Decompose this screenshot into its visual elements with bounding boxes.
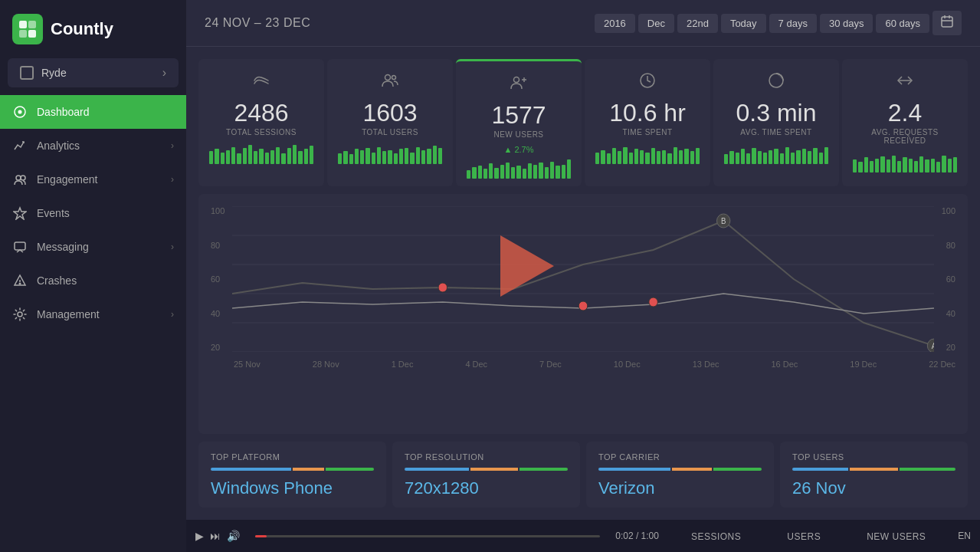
events-icon	[12, 205, 28, 221]
mini-bars-avg-time	[724, 143, 828, 164]
mini-bar	[667, 153, 671, 164]
mini-bars-users	[338, 143, 442, 164]
mini-bar	[729, 151, 733, 164]
mini-bar	[936, 162, 940, 172]
date-btn-30days[interactable]: 30 days	[820, 14, 873, 33]
sidebar: Countly Ryde › Dashboard	[0, 0, 186, 552]
mini-bar	[746, 153, 750, 164]
bar-segment	[900, 468, 955, 471]
engagement-icon	[12, 172, 28, 187]
mini-bar	[769, 150, 772, 164]
volume-button[interactable]: 🔊	[227, 530, 240, 542]
calendar-button[interactable]	[932, 11, 962, 35]
play-pause-button[interactable]: ▶	[195, 530, 204, 542]
y-label: 80	[211, 241, 232, 250]
mini-bar	[684, 149, 688, 164]
play-button[interactable]	[500, 235, 554, 297]
svg-point-5	[18, 110, 22, 114]
skip-button[interactable]: ⏭	[210, 530, 221, 542]
mini-bar	[942, 156, 946, 172]
svg-marker-8	[14, 208, 26, 219]
date-btn-7days[interactable]: 7 days	[769, 14, 817, 33]
date-btn-2016[interactable]: 2016	[595, 14, 635, 33]
sidebar-item-messaging[interactable]: Messaging ›	[0, 230, 186, 264]
svg-rect-13	[942, 17, 952, 27]
sidebar-item-dashboard[interactable]: Dashboard	[0, 95, 186, 129]
language-indicator: EN	[958, 531, 971, 541]
mini-bars-requests	[853, 151, 957, 172]
mini-bar	[919, 156, 923, 172]
date-btn-22nd[interactable]: 22nd	[677, 14, 718, 33]
date-btn-60days[interactable]: 60 days	[876, 14, 929, 33]
x-label: 19 Dec	[850, 360, 877, 369]
mini-bar	[696, 148, 700, 164]
mini-bar	[796, 150, 800, 164]
mini-bar	[293, 145, 297, 164]
mini-bar	[254, 151, 257, 164]
top-users-value: 26 Nov	[792, 478, 955, 498]
mini-bar	[281, 153, 285, 164]
mini-bar	[349, 154, 353, 164]
mini-bar	[472, 167, 476, 179]
mini-bar	[607, 153, 611, 164]
mini-bar	[550, 162, 554, 179]
y-label-right: 100	[934, 206, 955, 215]
sidebar-item-crashes[interactable]: Crashes	[0, 264, 186, 297]
mini-bar	[433, 146, 437, 164]
mini-bar	[265, 153, 269, 164]
tab-new-users[interactable]: NEW USERS	[844, 525, 949, 547]
bottom-card-carrier: TOP CARRIER Verizon	[586, 442, 774, 508]
mini-bar	[858, 162, 862, 172]
stat-card-avg-requests: 2.4 AVG. REQUESTS RECEIVED	[842, 59, 968, 186]
stat-label: TIME SPENT	[622, 128, 672, 136]
date-controls: 2016 Dec 22nd Today 7 days 30 days 60 da…	[595, 11, 962, 35]
svg-text:A: A	[932, 342, 934, 350]
sidebar-item-label: Analytics	[37, 140, 162, 152]
sidebar-item-label: Messaging	[37, 241, 162, 253]
stat-label: AVG. TIME SPENT	[740, 128, 811, 136]
stat-value: 2.4	[888, 100, 922, 125]
date-btn-dec[interactable]: Dec	[638, 14, 674, 33]
y-label-right: 40	[934, 309, 955, 318]
sidebar-item-label: Events	[37, 207, 174, 219]
bar-segment	[293, 468, 325, 471]
stat-label: AVG. REQUESTS RECEIVED	[853, 128, 957, 145]
app-dot-icon	[20, 66, 34, 80]
tab-sessions[interactable]: SESSIONS	[668, 525, 764, 547]
resolution-bar	[405, 468, 568, 471]
mini-bar	[231, 147, 235, 164]
date-btn-today[interactable]: Today	[721, 14, 766, 33]
sidebar-item-management[interactable]: Management ›	[0, 297, 186, 331]
stat-label: TOTAL USERS	[362, 128, 418, 136]
tab-users[interactable]: USERS	[764, 525, 844, 547]
mini-bar	[310, 146, 313, 164]
x-label: 4 Dec	[465, 360, 487, 369]
svg-rect-2	[19, 30, 27, 38]
management-icon	[12, 307, 28, 322]
bottom-card-resolution: TOP RESOLUTION 720x1280	[392, 442, 580, 508]
mini-bar	[506, 163, 510, 179]
mini-bar	[410, 153, 414, 164]
progress-fill	[255, 535, 267, 537]
mini-bar	[372, 153, 375, 164]
mini-bar	[736, 153, 739, 164]
mini-bar	[758, 151, 762, 164]
video-progress-bar[interactable]	[255, 535, 600, 537]
mini-bar	[808, 151, 811, 164]
mini-bar	[925, 159, 929, 172]
mini-bar	[467, 170, 470, 179]
bar-segment	[519, 468, 568, 471]
mini-bar	[226, 150, 230, 164]
mini-bar	[539, 163, 542, 179]
bottom-tabs: SESSIONS USERS NEW USERS	[668, 525, 949, 547]
sidebar-item-events[interactable]: Events	[0, 196, 186, 230]
mini-bar	[645, 153, 649, 164]
mini-bar	[545, 167, 549, 179]
mini-bar	[243, 148, 247, 164]
app-selector[interactable]: Ryde ›	[8, 58, 179, 87]
sidebar-item-engagement[interactable]: Engagement ›	[0, 163, 186, 196]
sidebar-item-analytics[interactable]: Analytics ›	[0, 129, 186, 163]
x-label: 25 Nov	[234, 360, 261, 369]
bar-segment	[470, 468, 519, 471]
mini-bar	[892, 156, 896, 172]
